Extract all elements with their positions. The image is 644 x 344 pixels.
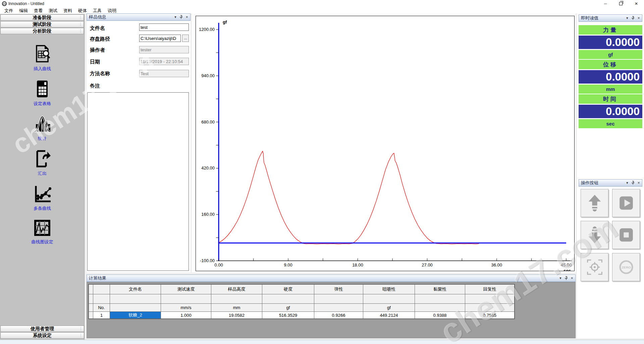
collapse-icon[interactable]: ▼	[174, 16, 177, 19]
value-cell-0[interactable]: 1.000	[161, 312, 211, 318]
value-cell-5[interactable]: 0.9388	[415, 312, 465, 318]
tool-insert-curve[interactable]: 插入曲线	[33, 44, 52, 72]
sample-info-header: 样品信息 ▼ ✕	[87, 13, 191, 21]
svg-text:420.00: 420.00	[201, 165, 215, 170]
menu-file[interactable]: 文件	[1, 7, 16, 14]
svg-text:9.00: 9.00	[284, 262, 292, 267]
save-path-input[interactable]	[139, 35, 181, 42]
menu-data[interactable]: 资料	[60, 7, 75, 14]
tool-chart-settings[interactable]: 曲线图设定	[32, 219, 53, 245]
filename-input[interactable]	[139, 23, 189, 31]
column-header-0: 文件名	[110, 285, 161, 294]
close-panel-icon[interactable]: ✕	[637, 182, 640, 185]
value-cell-6[interactable]: 0.7585	[465, 312, 514, 318]
remarks-textarea[interactable]	[87, 92, 189, 271]
results-panel: 计算结果 ▼ ✕ 文件名测试速度样品高度硬度弹性咀嚼性黏聚性回复性No.mm/s…	[87, 275, 576, 338]
stop-button[interactable]	[612, 221, 640, 249]
menu-help[interactable]: 说明	[105, 7, 119, 14]
minimize-icon[interactable]: ─	[598, 0, 613, 7]
svg-text:-100.00: -100.00	[200, 258, 215, 263]
time-unit: sec	[579, 119, 642, 128]
value-cell-4[interactable]: 449.2124	[363, 312, 415, 318]
menubar: 文件 编辑 查看 测试 资料 硬体 工具 说明	[0, 7, 644, 14]
pin-icon[interactable]	[631, 181, 635, 185]
sample-info-panel: 样品信息 ▼ ✕ 文件名 存盘路径 ... 操作者 日期 方法名称 备注	[87, 13, 191, 273]
date-input	[139, 58, 189, 65]
app-logo-icon	[2, 1, 7, 6]
svg-text:36.00: 36.00	[491, 262, 502, 267]
empty-header-cell	[465, 294, 514, 303]
close-panel-icon[interactable]: ✕	[571, 277, 573, 280]
statistics-icon	[33, 114, 52, 134]
empty-header-cell	[211, 294, 262, 303]
svg-text:160.00: 160.00	[201, 212, 215, 217]
close-icon[interactable]: ✕	[629, 0, 644, 7]
move-up-button[interactable]	[581, 189, 608, 217]
pin-icon[interactable]	[179, 15, 183, 19]
collapse-icon[interactable]: ▼	[626, 17, 629, 20]
up-arrow-icon	[584, 192, 605, 214]
empty-header-cell	[262, 294, 314, 303]
browse-button[interactable]: ...	[182, 35, 189, 42]
collapse-icon[interactable]: ▼	[559, 277, 562, 280]
svg-text:940.00: 940.00	[201, 73, 215, 78]
sidebar-tab-test[interactable]: 测试阶段	[0, 21, 84, 28]
tool-label: 设定表格	[34, 101, 51, 107]
stop-icon	[615, 224, 637, 246]
menu-test[interactable]: 测试	[46, 7, 60, 14]
value-cell-2[interactable]: 516.3529	[262, 312, 314, 318]
sidebar-tab-analysis[interactable]: 分析阶段	[0, 28, 84, 34]
tool-label: 插入曲线	[34, 66, 51, 72]
tool-statistics[interactable]: 统计	[33, 114, 52, 142]
value-cell-3[interactable]: 0.9266	[314, 312, 363, 318]
right-dock: 即时读值 ▼ ✕ 力量 0.0000 gf 位移 0.0000 mm 时间 0.…	[577, 13, 644, 338]
plot-svg: 0.009.0018.0027.0036.0045.00sec1200.0094…	[196, 16, 574, 271]
remarks-label: 备注	[90, 83, 100, 89]
empty-header-cell	[161, 294, 211, 303]
chart-panel: 0.009.0018.0027.0036.0045.00sec1200.0094…	[192, 13, 576, 273]
menu-tools[interactable]: 工具	[90, 7, 105, 14]
statusbar	[0, 340, 644, 344]
file-name-cell[interactable]: 软糖_2	[110, 312, 161, 318]
value-cell-1[interactable]: 19.0582	[211, 312, 262, 318]
pin-icon[interactable]	[565, 276, 568, 280]
export-icon	[33, 149, 52, 168]
menu-view[interactable]: 查看	[31, 7, 46, 14]
run-button[interactable]	[612, 189, 640, 217]
window-title: Innovation - Untitled	[8, 1, 44, 6]
displacement-unit: mm	[579, 85, 642, 94]
zero-button[interactable]: ZERO	[612, 253, 640, 281]
close-panel-icon[interactable]: ✕	[185, 16, 188, 19]
time-label: 时间	[579, 94, 642, 104]
force-label: 力量	[579, 25, 642, 35]
tool-table-setup[interactable]: 设定表格	[33, 79, 52, 107]
svg-text:680.00: 680.00	[201, 119, 215, 125]
operator-label: 操作者	[90, 47, 105, 53]
unit-cell-2: mm	[211, 304, 262, 311]
tool-label: 多条曲线	[34, 205, 51, 211]
empty-header-cell	[363, 294, 415, 303]
collapse-icon[interactable]: ▼	[626, 182, 629, 185]
sidebar-tab-system-settings[interactable]: 系统设定	[0, 332, 84, 339]
pin-icon[interactable]	[631, 16, 635, 20]
tool-multi-curve[interactable]: 多条曲线	[33, 184, 52, 211]
move-down-button[interactable]	[581, 221, 608, 249]
column-header-1: 测试速度	[161, 285, 211, 294]
tool-export[interactable]: 汇出	[33, 149, 52, 177]
unit-cell-4	[314, 304, 363, 311]
sidebar-tab-user-management[interactable]: 使用者管理	[0, 326, 84, 332]
displacement-value: 0.0000	[579, 70, 642, 84]
menu-hardware[interactable]: 硬体	[75, 7, 90, 14]
menu-edit[interactable]: 编辑	[16, 7, 31, 14]
empty-header-cell	[415, 294, 465, 303]
restore-icon[interactable]	[613, 0, 629, 7]
svg-text:0.00: 0.00	[214, 262, 223, 267]
unit-cell-3: gf	[262, 304, 314, 311]
row-marker[interactable]	[89, 312, 93, 318]
results-title: 计算结果	[89, 275, 106, 281]
row-number-cell[interactable]: 1	[93, 312, 110, 318]
svg-text:18.00: 18.00	[352, 262, 363, 267]
home-position-button[interactable]	[581, 253, 608, 281]
close-panel-icon[interactable]: ✕	[637, 17, 640, 20]
sidebar-tab-prepare[interactable]: 准备阶段	[0, 14, 84, 21]
